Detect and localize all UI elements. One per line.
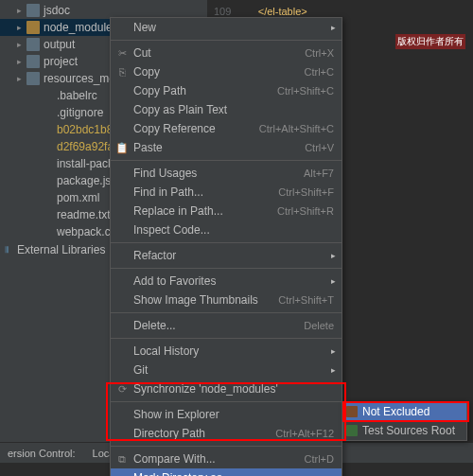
tree-item-label: node_modules [44,21,118,34]
library-icon: ⫴ [0,243,13,256]
external-libraries-label: External Libraries [17,243,105,256]
submenu-not-excluded[interactable]: Not Excluded [343,402,466,421]
menu-show-in-explorer[interactable]: Show in Explorer [111,405,342,424]
menu-item-label: New [133,21,334,34]
folder-icon [26,38,40,51]
menu-copy[interactable]: ⎘CopyCtrl+C [111,62,342,81]
menu-directory-path[interactable]: Directory PathCtrl+Alt+F12 [111,424,342,443]
menu-item-label: Add to Favorites [133,274,334,288]
menu-item-icon: 📋 [114,142,130,154]
menu-item-icon: ✂ [114,47,130,60]
expand-arrow-icon[interactable]: ▸ [17,74,26,83]
menu-item-label: Copy as Plain Text [133,103,334,116]
menu-item-label: Replace in Path... [133,204,277,218]
menu-show-image-thumbnails[interactable]: Show Image ThumbnailsCtrl+Shift+T [111,291,342,309]
menu-copy-as-plain-text[interactable]: Copy as Plain Text [111,100,342,119]
submenu-label: Not Excluded [362,405,429,418]
file-icon [40,106,53,119]
line-number: 109 [214,6,231,17]
menu-item-label: Inspect Code... [133,223,334,237]
folder-icon [26,55,40,68]
menu-find-in-path[interactable]: Find in Path...Ctrl+Shift+F [111,183,342,202]
folder-type-icon [346,425,358,436]
menu-item-icon: ⟳ [114,383,130,396]
submenu-arrow-icon: ▸ [331,365,336,375]
menu-separator [111,401,342,402]
menu-item-label: Mark Directory as [133,471,334,476]
menu-item-label: Delete... [133,319,304,332]
menu-separator [111,268,342,269]
tree-item-label: project [44,55,78,68]
submenu-arrow-icon: ▸ [331,251,336,260]
menu-shortcut: Ctrl+Alt+F12 [275,428,334,439]
menu-add-to-favorites[interactable]: Add to Favorites▸ [111,272,342,291]
menu-item-label: Find in Path... [133,185,278,199]
menu-replace-in-path[interactable]: Replace in Path...Ctrl+Shift+R [111,202,342,220]
menu-shortcut: Ctrl+Shift+C [277,85,334,97]
caret-overlay: 版权归作者所有 [395,34,465,49]
menu-mark-directory-as[interactable]: Mark Directory as▸ [111,468,342,476]
submenu-test-sources-root[interactable]: Test Sources Root [343,421,466,440]
menu-local-history[interactable]: Local History▸ [111,342,342,361]
menu-copy-reference[interactable]: Copy ReferenceCtrl+Alt+Shift+C [111,119,342,138]
menu-separator [111,160,342,161]
tree-item-label: .gitignore [57,106,103,119]
menu-new[interactable]: New▸ [111,18,342,37]
context-menu: New▸✂CutCtrl+X⎘CopyCtrl+CCopy PathCtrl+S… [110,17,342,476]
menu-find-usages[interactable]: Find UsagesAlt+F7 [111,164,342,183]
menu-item-icon: ⧉ [114,453,130,466]
file-icon [40,89,53,102]
menu-git[interactable]: Git▸ [111,361,342,379]
menu-shortcut: Ctrl+D [305,453,334,465]
menu-inspect-code[interactable]: Inspect Code... [111,220,342,239]
menu-separator [111,40,342,41]
submenu-label: Test Sources Root [362,424,455,437]
folder-icon [26,21,40,34]
expand-arrow-icon[interactable]: ▸ [17,40,26,49]
menu-refactor[interactable]: Refactor▸ [111,246,342,265]
tree-item-label: jsdoc [44,4,70,17]
file-icon [40,157,53,170]
menu-item-label: Paste [133,141,305,154]
menu-separator [111,446,342,447]
menu-item-label: Copy Reference [133,122,259,135]
menu-paste[interactable]: 📋PasteCtrl+V [111,138,342,157]
menu-shortcut: Ctrl+Shift+F [278,186,334,198]
submenu-arrow-icon: ▸ [331,346,336,356]
menu-separator [111,242,342,243]
menu-item-label: Git [133,363,334,377]
menu-copy-path[interactable]: Copy PathCtrl+Shift+C [111,81,342,100]
menu-item-label: Synchronize 'node_modules' [133,382,334,396]
menu-shortcut: Ctrl+Shift+R [277,205,334,217]
file-icon [40,225,53,238]
menu-shortcut: Ctrl+X [305,47,334,59]
menu-item-label: Local History [133,344,334,358]
menu-synchronize-node-modules[interactable]: ⟳Synchronize 'node_modules' [111,379,342,398]
file-icon [40,208,53,221]
menu-compare-with[interactable]: ⧉Compare With...Ctrl+D [111,450,342,468]
menu-delete[interactable]: Delete...Delete [111,316,342,335]
file-icon [40,123,53,136]
expand-arrow-icon[interactable]: ▸ [17,57,26,66]
tree-item-label: output [44,38,75,51]
menu-cut[interactable]: ✂CutCtrl+X [111,44,342,62]
menu-item-label: Compare With... [133,452,305,466]
folder-type-icon [346,406,358,417]
menu-shortcut: Ctrl+Alt+Shift+C [259,123,334,134]
menu-shortcut: Alt+F7 [304,167,334,179]
menu-shortcut: Ctrl+C [305,66,334,78]
menu-item-label: Copy [133,65,305,79]
folder-icon [26,72,40,85]
submenu-arrow-icon: ▸ [331,276,336,286]
expand-arrow-icon[interactable]: ▸ [17,6,26,15]
folder-icon [26,4,40,17]
menu-shortcut: Ctrl+Shift+T [278,294,334,306]
submenu-arrow-icon: ▸ [331,23,336,32]
menu-item-label: Refactor [133,249,334,262]
menu-shortcut: Delete [304,320,334,331]
mark-directory-submenu: Not ExcludedTest Sources Root [342,401,467,441]
file-icon [40,191,53,204]
file-icon [40,140,53,153]
expand-arrow-icon[interactable]: ▸ [17,23,26,32]
tree-item-label: .babelrc [57,89,97,102]
